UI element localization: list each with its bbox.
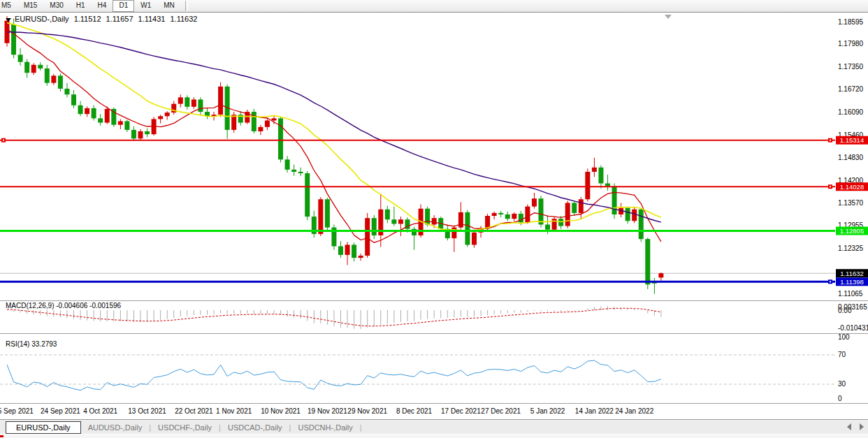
hline-1.15314[interactable] [0,138,835,143]
candlesticks [5,16,664,294]
date-axis: 15 Sep 202124 Sep 20214 Oct 202113 Oct 2… [0,407,654,415]
symbol-dropdown-icon[interactable] [6,18,11,22]
hline-badge-1.11398: 1.11398 [836,277,868,286]
svg-text:30: 30 [838,380,846,388]
svg-text:10 Nov 2021: 10 Nov 2021 [261,407,301,415]
svg-text:19 Nov 2021: 19 Nov 2021 [308,407,347,415]
rsi-line [7,360,661,390]
timeframe-button-h4[interactable]: H4 [92,0,113,12]
chart-tabs-bar: EURUSD-,DailyAUDUSD-,Daily|USDCHF-,Daily… [0,419,868,435]
svg-text:1.12325: 1.12325 [838,244,864,252]
svg-text:29 Nov 2021: 29 Nov 2021 [347,407,387,415]
svg-text:0.00: 0.00 [838,307,852,314]
ma-line-8 [7,29,661,243]
svg-text:1.12805: 1.12805 [840,227,864,235]
rsi-pane [0,355,835,384]
timeframe-button-d1[interactable]: D1 [113,0,134,12]
svg-text:15 Sep 2021: 15 Sep 2021 [0,407,34,415]
svg-text:1.14830: 1.14830 [838,154,864,161]
macd-pane [7,306,661,329]
corner-mark [0,435,3,437]
ma-line-21 [7,23,661,231]
svg-text:5 Jan 2022: 5 Jan 2022 [530,407,565,415]
svg-text:1.11632: 1.11632 [840,270,864,277]
svg-text:24 Jan 2022: 24 Jan 2022 [615,407,653,415]
chart-tabs: EURUSD-,DailyAUDUSD-,Daily|USDCHF-,Daily… [0,421,362,434]
rsi-label: RSI(14) 33.2793 [6,340,57,348]
ohlc-close: 1.11632 [170,15,197,23]
svg-text:22 Oct 2021: 22 Oct 2021 [175,407,213,415]
chart-tab-usdchf[interactable]: USDCHF-,Daily [151,422,219,433]
chart-symbol-header: EURUSD-,Daily1.115121.116571.114311.1163… [6,15,197,23]
svg-text:1.11065: 1.11065 [838,290,863,298]
ohlc-open: 1.11512 [74,15,101,23]
chart-tab-eurusd[interactable]: EURUSD-,Daily [6,421,81,434]
svg-text:1 Nov 2021: 1 Nov 2021 [216,407,252,415]
svg-text:24 Sep 2021: 24 Sep 2021 [41,407,80,415]
svg-text:100: 100 [838,333,850,341]
svg-text:4 Oct 2021: 4 Oct 2021 [83,407,117,415]
svg-text:1.17980: 1.17980 [838,40,864,48]
timeframe-button-m5[interactable]: M5 [0,0,17,12]
svg-text:8 Dec 2021: 8 Dec 2021 [396,407,433,415]
status-strip [0,434,868,438]
timeframe-button-mn[interactable]: MN [157,0,181,12]
price-chart-canvas[interactable]: MACD(12,26,9) -0.004606 -0.001596RSI(14)… [0,13,868,419]
svg-text:13 Oct 2021: 13 Oct 2021 [128,407,166,415]
hline-badge-1.12805: 1.12805 [836,227,868,235]
svg-text:1.14028: 1.14028 [840,183,864,191]
tab-scroll-left-icon[interactable] [847,423,851,430]
timeframe-toolbar: M5M15M30H1H4D1W1MN [0,0,868,13]
svg-text:1.17350: 1.17350 [838,63,864,71]
toolbar-separator [185,1,188,11]
svg-text:17 Dec 2021: 17 Dec 2021 [441,407,481,415]
mt4-window: M5M15M30H1H4D1W1MN MACD(12,26,9) -0.0046… [0,0,868,438]
timeframe-button-m30[interactable]: M30 [43,0,69,12]
chart-tab-audusd[interactable]: AUDUSD-,Daily [81,422,150,433]
macd-label: MACD(12,26,9) -0.004606 -0.001596 [6,302,122,309]
chart-shift-marker-icon [665,15,672,19]
hline-1.14028[interactable] [0,184,835,189]
svg-text:1.15314: 1.15314 [840,136,864,144]
chart-tab-usdcnh[interactable]: USDCNH-,Daily [291,422,359,433]
tab-divider: | [360,423,362,432]
svg-text:1.13570: 1.13570 [838,199,864,207]
tab-scroll-arrows [847,423,864,430]
symbol-name: EURUSD-,Daily [15,15,69,23]
tab-scroll-right-icon[interactable] [860,423,864,430]
indicator-labels: MACD(12,26,9) -0.004606 -0.001596RSI(14)… [6,302,122,348]
ohlc-high: 1.11657 [106,15,133,23]
svg-text:1.16720: 1.16720 [838,85,864,93]
timeframe-buttons: M5M15M30H1H4D1W1MN [0,0,181,12]
current-price-badge: 1.11632 [836,269,868,277]
svg-text:1.11398: 1.11398 [840,278,864,286]
timeframe-button-w1[interactable]: W1 [134,0,157,12]
svg-text:-0.010431: -0.010431 [838,324,868,332]
price-axis: 1.185951.179801.173501.167201.160901.154… [838,18,868,403]
hline-badge-1.15314: 1.15314 [836,136,868,145]
svg-text:70: 70 [838,351,846,358]
timeframe-button-m15[interactable]: M15 [17,0,43,12]
ohlc-low: 1.11431 [138,15,166,23]
svg-text:1.18595: 1.18595 [838,18,864,26]
chart-tab-usdcad[interactable]: USDCAD-,Daily [221,422,289,433]
svg-text:27 Dec 2021: 27 Dec 2021 [481,407,521,415]
svg-text:0: 0 [838,395,842,402]
hline-1.11398[interactable] [0,279,835,284]
hline-badge-1.14028: 1.14028 [836,182,868,191]
svg-text:14 Jan 2022: 14 Jan 2022 [575,407,614,415]
chart-area[interactable]: MACD(12,26,9) -0.004606 -0.001596RSI(14)… [0,13,868,419]
ma-line-55 [7,32,661,222]
timeframe-button-h1[interactable]: H1 [70,0,92,12]
svg-text:1.16090: 1.16090 [838,108,864,116]
